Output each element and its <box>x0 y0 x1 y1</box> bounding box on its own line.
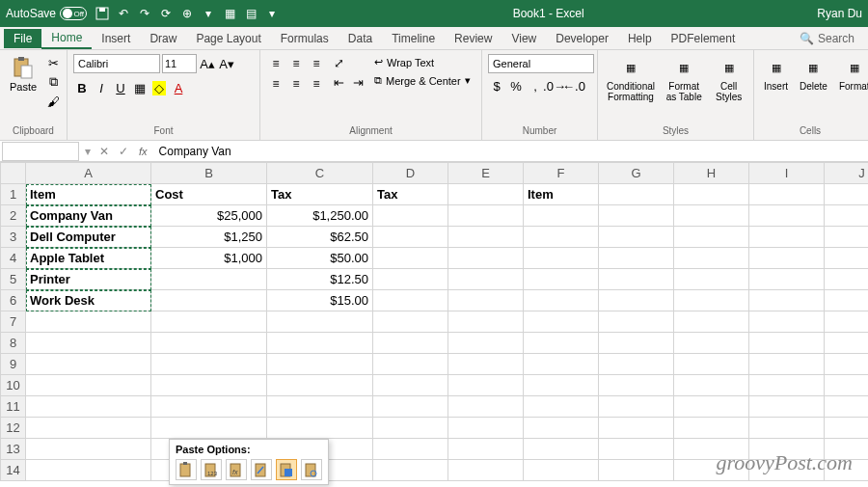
decrease-decimal-icon[interactable]: ←.0 <box>565 77 583 95</box>
cell[interactable] <box>373 418 448 439</box>
cell[interactable] <box>373 439 448 460</box>
qat-dropdown-icon[interactable]: ▾ <box>264 6 280 21</box>
cell[interactable] <box>448 375 524 396</box>
cell-A3[interactable]: Dell Computer <box>26 227 151 248</box>
undo-icon[interactable]: ↶ <box>116 6 131 21</box>
cell-I4[interactable] <box>749 248 825 269</box>
cell[interactable] <box>373 354 448 375</box>
cell-H6[interactable] <box>674 290 749 311</box>
merge-center-button[interactable]: ⧉Merge & Center ▾ <box>370 72 475 89</box>
row-header-13[interactable]: 13 <box>1 439 26 460</box>
cell[interactable] <box>749 311 825 333</box>
tab-page-layout[interactable]: Page Layout <box>186 29 270 48</box>
select-all-corner[interactable] <box>1 163 26 184</box>
cell-C2[interactable]: $1,250.00 <box>267 205 373 227</box>
cell[interactable] <box>373 375 448 396</box>
cell[interactable] <box>267 396 373 418</box>
cell-A4[interactable]: Apple Tablet <box>26 248 151 269</box>
cell-D6[interactable] <box>373 290 448 311</box>
cell-I1[interactable] <box>749 184 825 205</box>
tab-draw[interactable]: Draw <box>140 29 186 48</box>
cell[interactable] <box>825 418 869 439</box>
cell-D3[interactable] <box>373 227 448 248</box>
row-header-1[interactable]: 1 <box>1 184 26 205</box>
col-header-C[interactable]: C <box>267 163 373 184</box>
cell-F2[interactable] <box>524 205 599 227</box>
decrease-font-icon[interactable]: A▾ <box>218 55 235 72</box>
cell-E6[interactable] <box>448 290 524 311</box>
table-icon[interactable]: ▦ <box>222 6 237 21</box>
cell[interactable] <box>373 460 448 481</box>
cell[interactable] <box>825 311 869 333</box>
cell-H1[interactable] <box>674 184 749 205</box>
col-header-H[interactable]: H <box>674 163 749 184</box>
align-top-icon[interactable]: ≡ <box>266 54 285 73</box>
cell-J4[interactable] <box>825 248 869 269</box>
cell[interactable] <box>267 375 373 396</box>
cell[interactable] <box>524 311 599 333</box>
cell[interactable] <box>674 333 749 354</box>
cell[interactable] <box>524 354 599 375</box>
paste-option-link[interactable] <box>301 459 322 480</box>
cell-B2[interactable]: $25,000 <box>151 205 267 227</box>
cell-J6[interactable] <box>825 290 869 311</box>
cell-A1[interactable]: Item <box>26 184 151 205</box>
cell-I2[interactable] <box>749 205 825 227</box>
cell[interactable] <box>749 354 825 375</box>
col-header-B[interactable]: B <box>151 163 267 184</box>
increase-decimal-icon[interactable]: .0→ <box>546 77 563 95</box>
paste-option-formulas[interactable]: fx <box>226 459 247 480</box>
user-name[interactable]: Ryan Du <box>817 7 862 20</box>
format-cells-button[interactable]: ▦ Format <box>835 54 868 94</box>
fx-icon[interactable]: fx <box>139 146 148 157</box>
cell[interactable] <box>448 396 524 418</box>
align-bottom-icon[interactable]: ≡ <box>307 54 326 73</box>
cell-G2[interactable] <box>599 205 674 227</box>
tab-timeline[interactable]: Timeline <box>382 29 445 48</box>
cell-C4[interactable]: $50.00 <box>267 248 373 269</box>
fill-color-icon[interactable]: ◇ <box>150 79 168 96</box>
cell[interactable] <box>373 311 448 333</box>
cell[interactable] <box>151 354 267 375</box>
cell-B5[interactable] <box>151 269 267 290</box>
cell[interactable] <box>151 311 267 333</box>
cell[interactable] <box>599 439 674 460</box>
cell[interactable] <box>825 333 869 354</box>
tab-help[interactable]: Help <box>618 29 662 48</box>
cell-F1[interactable]: Item <box>524 184 599 205</box>
cell-B3[interactable]: $1,250 <box>151 227 267 248</box>
cell[interactable] <box>151 418 267 439</box>
cell[interactable] <box>599 311 674 333</box>
cell-H5[interactable] <box>674 269 749 290</box>
cell[interactable] <box>267 418 373 439</box>
underline-button[interactable]: U <box>112 79 129 96</box>
namebox-dropdown-icon[interactable]: ▾ <box>81 145 95 158</box>
cell[interactable] <box>599 396 674 418</box>
cell[interactable] <box>524 460 599 481</box>
conditional-formatting-button[interactable]: ▦ Conditional Formatting <box>604 54 658 104</box>
cell-styles-button[interactable]: ▦ Cell Styles <box>710 54 747 104</box>
row-header-6[interactable]: 6 <box>1 290 26 311</box>
row-header-12[interactable]: 12 <box>1 418 26 439</box>
cell-C5[interactable]: $12.50 <box>267 269 373 290</box>
redo-icon[interactable]: ↷ <box>137 6 152 21</box>
cell-B6[interactable] <box>151 290 267 311</box>
cell[interactable] <box>524 418 599 439</box>
cell[interactable] <box>599 418 674 439</box>
cell[interactable] <box>674 354 749 375</box>
cell[interactable] <box>448 439 524 460</box>
cell-C1[interactable]: Tax <box>267 184 373 205</box>
cell-E2[interactable] <box>448 205 524 227</box>
row-header-8[interactable]: 8 <box>1 333 26 354</box>
cell-F3[interactable] <box>524 227 599 248</box>
cell[interactable] <box>151 396 267 418</box>
italic-button[interactable]: I <box>93 79 110 96</box>
font-name-select[interactable] <box>73 54 160 73</box>
tab-view[interactable]: View <box>502 29 546 48</box>
paste-button[interactable]: Paste <box>6 54 41 95</box>
save-icon[interactable] <box>95 6 110 21</box>
insert-cells-button[interactable]: ▦ Insert <box>760 54 792 94</box>
formula-input[interactable]: Company Van <box>153 145 868 158</box>
font-size-select[interactable] <box>162 54 197 73</box>
cell[interactable] <box>674 396 749 418</box>
